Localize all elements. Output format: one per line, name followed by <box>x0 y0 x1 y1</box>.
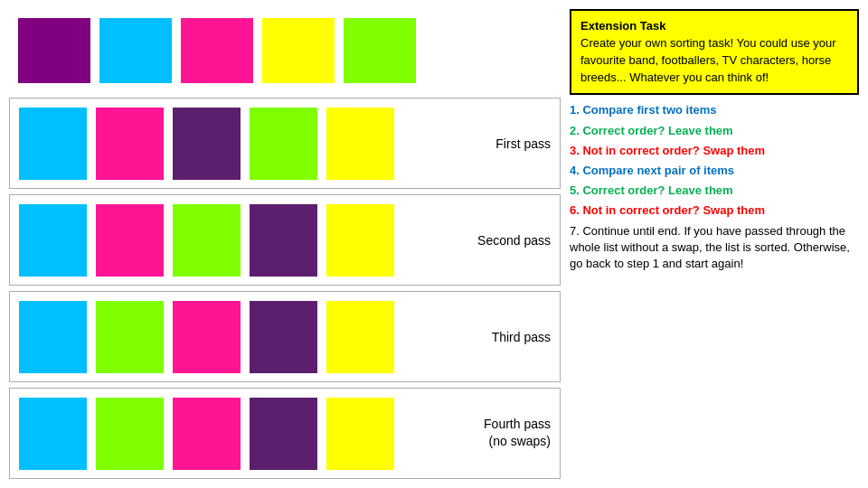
main-container: First pass Second pass Third pass <box>0 0 868 488</box>
qp-block-2 <box>96 398 164 470</box>
fp-block-5 <box>326 108 394 180</box>
top-block-4 <box>262 18 335 83</box>
steps-list: 1. Compare first two items 2. Correct or… <box>570 100 859 272</box>
tp-block-5 <box>326 301 394 373</box>
qp-block-1 <box>19 398 87 470</box>
top-block-3 <box>181 18 253 83</box>
top-color-row <box>9 9 561 92</box>
sp-block-2 <box>96 204 164 277</box>
second-pass-label: Second pass <box>477 233 551 248</box>
top-block-2 <box>99 18 172 83</box>
third-pass-row: Third pass <box>9 291 561 382</box>
right-section: Extension Task Create your own sorting t… <box>570 9 859 479</box>
step-5: 5. Correct order? Leave them <box>570 183 859 199</box>
step-2: 2. Correct order? Leave them <box>570 123 859 139</box>
fourth-pass-row: Fourth pass(no swaps) <box>9 388 561 479</box>
top-block-5 <box>344 18 416 83</box>
fp-block-4 <box>250 108 317 180</box>
tp-block-4 <box>250 301 317 373</box>
sp-block-4 <box>250 204 317 277</box>
extension-box: Extension Task Create your own sorting t… <box>570 9 859 95</box>
qp-block-5 <box>326 398 394 470</box>
sp-block-3 <box>173 204 241 277</box>
tp-block-3 <box>173 301 241 373</box>
top-block-1 <box>18 18 90 83</box>
second-pass-row: Second pass <box>9 194 561 286</box>
first-pass-label: First pass <box>495 136 551 151</box>
first-pass-row: First pass <box>9 98 561 189</box>
third-pass-label: Third pass <box>492 330 551 344</box>
extension-title: Extension Task <box>580 19 665 33</box>
tp-block-2 <box>96 301 164 373</box>
fourth-pass-label: Fourth pass(no swaps) <box>484 416 551 451</box>
sp-block-5 <box>326 204 394 277</box>
left-section: First pass Second pass Third pass <box>9 9 561 479</box>
extension-body: Create your own sorting task! You could … <box>580 36 836 84</box>
step-3: 3. Not in correct order? Swap them <box>570 143 859 159</box>
step-4: 4. Compare next pair of items <box>570 163 859 179</box>
fp-block-1 <box>19 108 87 180</box>
step-6: 6. Not in correct order? Swap them <box>570 202 859 219</box>
qp-block-3 <box>173 398 241 470</box>
fp-block-3 <box>173 108 241 180</box>
step-7: 7. Continue until end. If you have passe… <box>570 223 859 273</box>
sp-block-1 <box>19 204 87 277</box>
fp-block-2 <box>96 108 164 180</box>
qp-block-4 <box>250 398 317 470</box>
step-1: 1. Compare first two items <box>570 102 859 118</box>
tp-block-1 <box>19 301 87 373</box>
